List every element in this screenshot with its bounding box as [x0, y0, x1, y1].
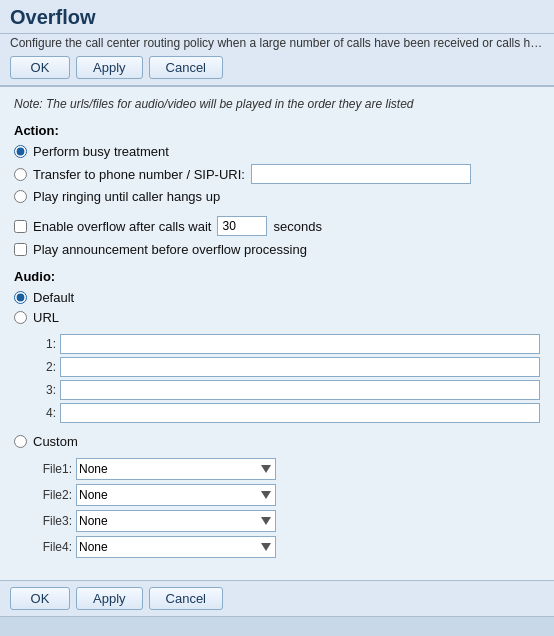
- audio-label: Audio:: [14, 269, 540, 284]
- overflow-seconds-input[interactable]: [217, 216, 267, 236]
- url-label-4: 4:: [34, 403, 56, 423]
- custom-fields-grid: File1: None File2: None File3: None File…: [34, 458, 540, 558]
- page-container: Overflow Configure the call center routi…: [0, 0, 554, 617]
- action-ringing-label: Play ringing until caller hangs up: [33, 189, 220, 204]
- custom-label-4: File4:: [34, 536, 72, 558]
- seconds-label: seconds: [273, 219, 321, 234]
- audio-custom-row: Custom: [14, 434, 540, 449]
- audio-url-radio[interactable]: [14, 311, 27, 324]
- url-label-3: 3:: [34, 380, 56, 400]
- url-label-2: 2:: [34, 357, 56, 377]
- transfer-input[interactable]: [251, 164, 471, 184]
- audio-radio-group: Default URL 1: 2: 3: 4: Custom: [14, 290, 540, 558]
- page-title: Overflow: [10, 6, 544, 29]
- subtitle: Configure the call center routing policy…: [0, 34, 554, 50]
- url-input-2[interactable]: [60, 357, 540, 377]
- top-apply-button[interactable]: Apply: [76, 56, 143, 79]
- custom-select-4[interactable]: None: [76, 536, 276, 558]
- action-busy-radio[interactable]: [14, 145, 27, 158]
- action-busy-row: Perform busy treatment: [14, 144, 540, 159]
- bottom-ok-button[interactable]: OK: [10, 587, 70, 610]
- custom-label-1: File1:: [34, 458, 72, 480]
- action-transfer-radio[interactable]: [14, 168, 27, 181]
- top-ok-button[interactable]: OK: [10, 56, 70, 79]
- audio-default-radio[interactable]: [14, 291, 27, 304]
- url-fields-grid: 1: 2: 3: 4:: [34, 334, 540, 423]
- overflow-wait-label: Enable overflow after calls wait: [33, 219, 211, 234]
- action-ringing-radio[interactable]: [14, 190, 27, 203]
- content-area: Note: The urls/files for audio/video wil…: [0, 87, 554, 580]
- top-button-bar: OK Apply Cancel: [0, 50, 554, 86]
- audio-url-row: URL: [14, 310, 540, 325]
- action-busy-label: Perform busy treatment: [33, 144, 169, 159]
- audio-default-row: Default: [14, 290, 540, 305]
- action-label: Action:: [14, 123, 540, 138]
- bottom-cancel-button[interactable]: Cancel: [149, 587, 223, 610]
- title-bar: Overflow: [0, 0, 554, 34]
- action-radio-group: Perform busy treatment Transfer to phone…: [14, 144, 540, 204]
- custom-select-2[interactable]: None: [76, 484, 276, 506]
- audio-url-label: URL: [33, 310, 59, 325]
- audio-default-label: Default: [33, 290, 74, 305]
- announcement-checkbox[interactable]: [14, 243, 27, 256]
- url-input-3[interactable]: [60, 380, 540, 400]
- overflow-wait-row: Enable overflow after calls wait seconds: [14, 216, 540, 236]
- audio-custom-label: Custom: [33, 434, 78, 449]
- action-ringing-row: Play ringing until caller hangs up: [14, 189, 540, 204]
- url-input-1[interactable]: [60, 334, 540, 354]
- overflow-options: Enable overflow after calls wait seconds…: [14, 216, 540, 257]
- url-label-1: 1:: [34, 334, 56, 354]
- note-text: Note: The urls/files for audio/video wil…: [14, 97, 540, 111]
- action-transfer-label: Transfer to phone number / SIP-URI:: [33, 167, 245, 182]
- overflow-wait-checkbox[interactable]: [14, 220, 27, 233]
- action-transfer-row: Transfer to phone number / SIP-URI:: [14, 164, 540, 184]
- bottom-apply-button[interactable]: Apply: [76, 587, 143, 610]
- bottom-button-bar: OK Apply Cancel: [0, 581, 554, 617]
- custom-select-3[interactable]: None: [76, 510, 276, 532]
- top-cancel-button[interactable]: Cancel: [149, 56, 223, 79]
- custom-select-1[interactable]: None: [76, 458, 276, 480]
- custom-label-2: File2:: [34, 484, 72, 506]
- announcement-label: Play announcement before overflow proces…: [33, 242, 307, 257]
- announcement-row: Play announcement before overflow proces…: [14, 242, 540, 257]
- custom-label-3: File3:: [34, 510, 72, 532]
- url-input-4[interactable]: [60, 403, 540, 423]
- audio-custom-radio[interactable]: [14, 435, 27, 448]
